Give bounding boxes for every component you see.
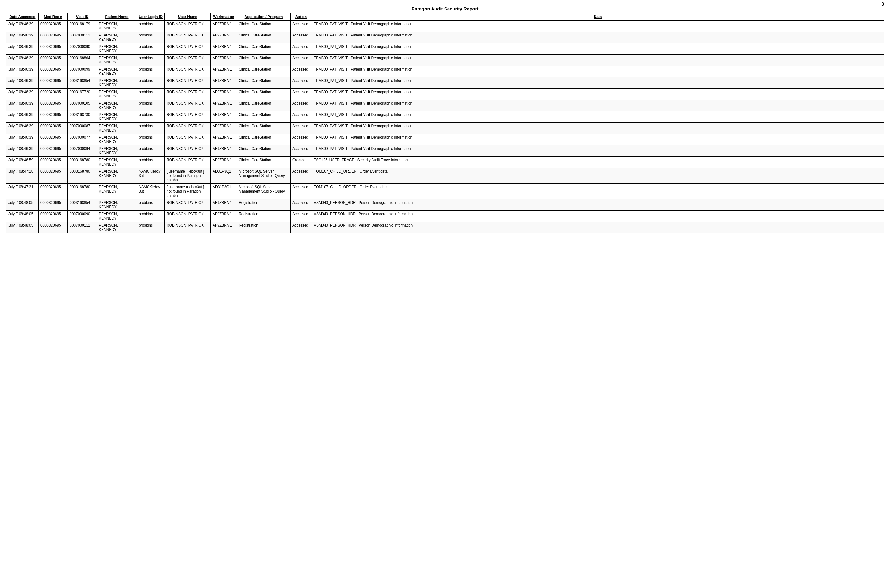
cell-login: probbins: [137, 146, 165, 157]
table-row: July 7 08:46:3900003206950003168864PEARS…: [6, 55, 884, 66]
cell-app: Clinical CareStation: [237, 55, 290, 66]
cell-username: ROBINSON, PATRICK: [165, 32, 211, 43]
cell-patient: PEARSON, KENNEDY: [97, 134, 137, 146]
cell-visit: 0007000087: [68, 123, 97, 134]
cell-workstation: AF9ZBRM1: [211, 211, 237, 222]
cell-workstation: AD31P3Q1: [211, 184, 237, 199]
col-header-workstation: Workstation: [211, 14, 237, 21]
cell-action: Accessed: [290, 222, 312, 233]
cell-app: Microsoft SQL Server Management Studio -…: [237, 168, 290, 184]
cell-workstation: AF9ZBRM1: [211, 199, 237, 211]
table-row: July 7 08:46:3900003206950007000077PEARS…: [6, 134, 884, 146]
cell-data: TPM300_PAT_VISIT : Patient Visit Demogra…: [312, 55, 884, 66]
col-header-patient: Patient Name: [97, 14, 137, 21]
col-header-date: Date Accessed: [6, 14, 39, 21]
cell-date: July 7 08:46:39: [6, 21, 39, 32]
cell-app: Clinical CareStation: [237, 21, 290, 32]
cell-visit: 0003168179: [68, 21, 97, 32]
page: 3 Paragon Audit Security Report Date Acc…: [0, 0, 890, 239]
cell-data: TPM300_PAT_VISIT : Patient Visit Demogra…: [312, 66, 884, 77]
cell-medrec: 0000320695: [39, 134, 68, 146]
table-row: July 7 08:46:5900003206950003168780PEARS…: [6, 157, 884, 168]
cell-workstation: AF9ZBRM1: [211, 43, 237, 55]
cell-visit: 0003168780: [68, 184, 97, 199]
table-body: July 7 08:46:3900003206950003168179PEARS…: [6, 21, 884, 233]
cell-app: Clinical CareStation: [237, 32, 290, 43]
cell-medrec: 0000320695: [39, 66, 68, 77]
cell-patient: PEARSON, KENNEDY: [97, 111, 137, 123]
cell-workstation: AF9ZBRM1: [211, 88, 237, 100]
cell-data: TPM300_PAT_VISIT : Patient Visit Demogra…: [312, 88, 884, 100]
cell-action: Accessed: [290, 111, 312, 123]
cell-visit: 0003168854: [68, 77, 97, 88]
cell-date: July 7 08:48:05: [6, 199, 39, 211]
cell-app: Clinical CareStation: [237, 146, 290, 157]
cell-workstation: AF9ZBRM1: [211, 77, 237, 88]
cell-app: Registration: [237, 199, 290, 211]
cell-date: July 7 08:46:39: [6, 32, 39, 43]
col-header-visit: Visit ID: [68, 14, 97, 21]
cell-patient: PEARSON, KENNEDY: [97, 88, 137, 100]
cell-data: VSM040_PERSON_HDR : Person Demographic I…: [312, 222, 884, 233]
cell-action: Accessed: [290, 66, 312, 77]
cell-patient: PEARSON, KENNEDY: [97, 146, 137, 157]
cell-app: Clinical CareStation: [237, 43, 290, 55]
col-header-action: Action: [290, 14, 312, 21]
cell-visit: 0003168780: [68, 111, 97, 123]
cell-medrec: 0000320695: [39, 157, 68, 168]
cell-action: Accessed: [290, 77, 312, 88]
cell-date: July 7 08:48:05: [6, 222, 39, 233]
cell-app: Registration: [237, 211, 290, 222]
cell-action: Accessed: [290, 211, 312, 222]
cell-data: VSM040_PERSON_HDR : Person Demographic I…: [312, 211, 884, 222]
cell-username: ROBINSON, PATRICK: [165, 134, 211, 146]
cell-app: Clinical CareStation: [237, 66, 290, 77]
cell-visit: 0007000111: [68, 32, 97, 43]
cell-workstation: AF9ZBRM1: [211, 146, 237, 157]
cell-patient: PEARSON, KENNEDY: [97, 66, 137, 77]
cell-patient: PEARSON, KENNEDY: [97, 199, 137, 211]
cell-login: probbins: [137, 77, 165, 88]
cell-medrec: 0000320695: [39, 32, 68, 43]
cell-medrec: 0000320695: [39, 111, 68, 123]
cell-action: Accessed: [290, 168, 312, 184]
cell-medrec: 0000320695: [39, 123, 68, 134]
table-row: July 7 08:48:0500003206950007000090PEARS…: [6, 211, 884, 222]
cell-medrec: 0000320695: [39, 55, 68, 66]
cell-visit: 0007000111: [68, 222, 97, 233]
cell-visit: 0003168864: [68, 55, 97, 66]
cell-login: probbins: [137, 123, 165, 134]
cell-date: July 7 08:46:39: [6, 146, 39, 157]
cell-workstation: AD31P3Q1: [211, 168, 237, 184]
col-header-app: Application / Program: [237, 14, 290, 21]
col-header-data: Data: [312, 14, 884, 21]
cell-date: July 7 08:48:05: [6, 211, 39, 222]
cell-date: July 7 08:46:59: [6, 157, 39, 168]
cell-app: Clinical CareStation: [237, 111, 290, 123]
cell-login: probbins: [137, 100, 165, 111]
cell-workstation: AF9ZBRM1: [211, 66, 237, 77]
cell-patient: PEARSON, KENNEDY: [97, 184, 137, 199]
cell-username: ROBINSON, PATRICK: [165, 88, 211, 100]
cell-medrec: 0000320695: [39, 211, 68, 222]
cell-data: TSC125_USER_TRACE : Security Audit Trace…: [312, 157, 884, 168]
cell-medrec: 0000320695: [39, 184, 68, 199]
cell-login: probbins: [137, 199, 165, 211]
cell-app: Clinical CareStation: [237, 88, 290, 100]
table-row: July 7 08:46:3900003206950003167720PEARS…: [6, 88, 884, 100]
cell-username: ROBINSON, PATRICK: [165, 66, 211, 77]
cell-data: TPM300_PAT_VISIT : Patient Visit Demogra…: [312, 32, 884, 43]
cell-date: July 7 08:46:39: [6, 100, 39, 111]
cell-workstation: AF9ZBRM1: [211, 32, 237, 43]
table-header-row: Date Accessed Med Rec # Visit ID Patient…: [6, 14, 884, 21]
cell-data: TPM300_PAT_VISIT : Patient Visit Demogra…: [312, 123, 884, 134]
cell-date: July 7 08:47:31: [6, 184, 39, 199]
table-row: July 7 08:47:1800003206950003168780PEARS…: [6, 168, 884, 184]
cell-medrec: 0000320695: [39, 168, 68, 184]
cell-medrec: 0000320695: [39, 43, 68, 55]
cell-username: ROBINSON, PATRICK: [165, 211, 211, 222]
cell-visit: 0003168780: [68, 168, 97, 184]
cell-patient: PEARSON, KENNEDY: [97, 222, 137, 233]
cell-visit: 0007000099: [68, 66, 97, 77]
cell-patient: PEARSON, KENNEDY: [97, 100, 137, 111]
